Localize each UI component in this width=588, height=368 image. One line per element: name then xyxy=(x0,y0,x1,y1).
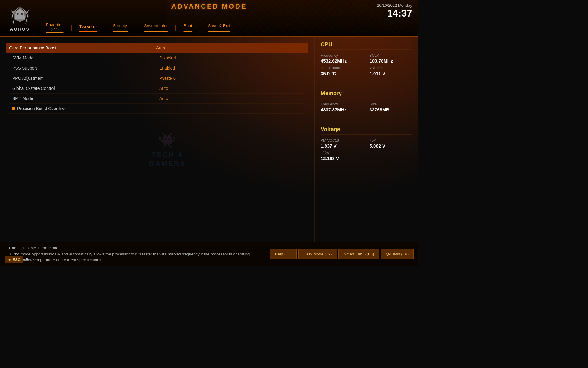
nav-sep-3 xyxy=(136,25,136,31)
svg-point-3 xyxy=(17,13,18,15)
cpu-bclk-label: BCLK xyxy=(370,53,413,58)
memory-size-label: Size xyxy=(370,102,413,106)
setting-value-smt-mode: Auto xyxy=(159,96,305,101)
page-title: ADVANCED MODE xyxy=(171,2,247,10)
nav-favorites-shortcut: (F11) xyxy=(46,27,64,31)
setting-row-pss-support[interactable]: PSS Support Enabled xyxy=(9,63,305,73)
nav-tweaker-label: Tweaker xyxy=(79,24,97,29)
esc-key-icon: ◄ ESC xyxy=(5,256,23,263)
setting-row-ppc-adjustment[interactable]: PPC Adjustment PState 0 xyxy=(9,73,305,83)
setting-value-ppc-adjustment: PState 0 xyxy=(159,76,305,81)
title-area: ADVANCED MODE xyxy=(171,2,247,10)
nav-settings-label: Settings xyxy=(113,23,129,28)
watermark: 👾 TECH 4GAMERS xyxy=(149,132,186,168)
setting-value-pss-support: Enabled xyxy=(159,66,305,71)
setting-row-core-performance-boost[interactable]: Core Performance Boost Auto xyxy=(6,43,308,53)
memory-frequency-label: Frequency xyxy=(321,102,364,106)
svg-point-4 xyxy=(21,13,23,15)
logo-area: AORUS xyxy=(0,0,40,36)
cpu-voltage-group: Voltage 1.011 V xyxy=(370,66,413,76)
cpu-temperature-label: Temperature xyxy=(321,66,364,70)
setting-name-svm-mode: SVM Mode xyxy=(12,56,159,60)
setting-name-core-performance-boost: Core Performance Boost xyxy=(9,45,156,50)
nav-saveexit-label: Save & Exit xyxy=(208,23,230,28)
cpu-section: CPU Frequency 4532.62MHz BCLK 100.78MHz … xyxy=(321,41,412,76)
footer-buttons: Help (F1) Easy Mode (F2) Smart Fan 6 (F6… xyxy=(270,249,418,259)
nav-sysinfo-label: System Info. xyxy=(144,23,168,28)
footer: Enable/Disable Turbo mode. Turbo mode op… xyxy=(0,242,418,266)
voltage-section: Voltage PM VCC18 1.837 V +5V 5.062 V +12… xyxy=(321,126,412,161)
watermark-text: TECH 4GAMERS xyxy=(149,151,186,168)
cpu-frequency-value: 4532.62MHz xyxy=(321,58,364,63)
nav-item-boot[interactable]: Boot xyxy=(177,21,198,34)
cpu-temperature-value: 35.0 °C xyxy=(321,71,364,76)
aorus-brand-text: AORUS xyxy=(10,27,30,32)
setting-value-global-cstate: Auto xyxy=(159,86,305,91)
esc-area: ◄ ESC Back xyxy=(5,256,35,263)
smart-fan-button[interactable]: Smart Fan 6 (F6) xyxy=(338,249,379,259)
cpu-temperature-group: Temperature 35.0 °C xyxy=(321,66,364,76)
voltage-12v-label: +12V xyxy=(321,151,364,155)
cpu-voltage-label: Voltage xyxy=(370,66,413,70)
voltage-5v-value: 5.062 V xyxy=(370,143,413,148)
date-display: 10/10/2022 Monday xyxy=(377,3,412,8)
nav-favorites-label: Favorites xyxy=(46,22,64,27)
nav-item-system-info[interactable]: System Info. xyxy=(138,21,174,34)
nav-item-tweaker[interactable]: Tweaker xyxy=(73,21,104,34)
cpu-frequency-label: Frequency xyxy=(321,53,364,58)
setting-name-ppc-adjustment: PPC Adjustment xyxy=(12,76,159,81)
setting-row-svm-mode[interactable]: SVM Mode Disabled xyxy=(9,53,305,63)
cpu-voltage-value: 1.011 V xyxy=(370,71,413,76)
setting-name-smt-mode: SMT Mode xyxy=(12,96,159,101)
cpu-section-title: CPU xyxy=(321,41,412,50)
voltage-section-title: Voltage xyxy=(321,126,412,135)
voltage-12v-value: 12.168 V xyxy=(321,156,364,161)
memory-info-grid: Frequency 4837.87MHz Size 32768MB xyxy=(321,102,412,112)
qflash-button[interactable]: Q-Flash (F8) xyxy=(381,249,414,259)
nav-sep-4 xyxy=(175,25,176,31)
precision-boost-bullet-icon xyxy=(12,107,15,110)
voltage-5v-label: +5V xyxy=(370,138,413,143)
footer-help-text: Enable/Disable Turbo mode. Turbo mode op… xyxy=(0,242,270,266)
memory-frequency-group: Frequency 4837.87MHz xyxy=(321,102,364,112)
cpu-bclk-value: 100.78MHz xyxy=(370,58,413,63)
setting-name-pss-support: PSS Support xyxy=(12,66,159,71)
memory-section: Memory Frequency 4837.87MHz Size 32768MB xyxy=(321,90,412,112)
voltage-pmvcc18-label: PM VCC18 xyxy=(321,138,364,143)
nav-sep-2 xyxy=(105,25,105,31)
nav-sep-5 xyxy=(200,25,200,31)
info-panel: CPU Frequency 4532.62MHz BCLK 100.78MHz … xyxy=(314,37,418,242)
setting-row-global-cstate[interactable]: Global C-state Control Auto xyxy=(9,83,305,94)
time-display: 14:37 xyxy=(377,8,412,18)
setting-name-global-cstate: Global C-state Control xyxy=(12,86,159,91)
memory-size-group: Size 32768MB xyxy=(370,102,413,112)
voltage-12v-group: +12V 12.168 V xyxy=(321,151,364,161)
voltage-pmvcc18-group: PM VCC18 1.837 V xyxy=(321,138,364,148)
nav-item-favorites[interactable]: Favorites (F11) xyxy=(40,20,70,35)
cpu-bclk-group: BCLK 100.78MHz xyxy=(370,53,413,63)
cpu-info-grid: Frequency 4532.62MHz BCLK 100.78MHz Temp… xyxy=(321,53,412,76)
main-content: Core Performance Boost Auto SVM Mode Dis… xyxy=(0,37,418,242)
setting-row-precision-boost[interactable]: Precision Boost Overdrive xyxy=(9,104,305,114)
memory-size-value: 32768MB xyxy=(370,107,413,112)
setting-value-svm-mode: Disabled xyxy=(159,56,305,60)
voltage-info-grid: PM VCC18 1.837 V +5V 5.062 V +12V 12.168… xyxy=(321,138,412,161)
nav-item-save-exit[interactable]: Save & Exit xyxy=(202,21,236,34)
memory-frequency-value: 4837.87MHz xyxy=(321,107,364,112)
nav-item-settings[interactable]: Settings xyxy=(107,21,135,34)
memory-section-title: Memory xyxy=(321,90,412,98)
datetime-area: 10/10/2022 Monday 14:37 xyxy=(377,3,412,18)
nav-boot-label: Boot xyxy=(183,23,192,28)
easy-mode-button[interactable]: Easy Mode (F2) xyxy=(298,249,337,259)
help-button[interactable]: Help (F1) xyxy=(270,249,297,259)
setting-row-smt-mode[interactable]: SMT Mode Auto xyxy=(9,94,305,104)
settings-panel: Core Performance Boost Auto SVM Mode Dis… xyxy=(0,37,314,242)
aorus-logo-icon xyxy=(9,5,31,26)
nav-tabs: Favorites (F11) Tweaker Settings System … xyxy=(40,20,236,35)
cpu-frequency-group: Frequency 4532.62MHz xyxy=(321,53,364,63)
setting-name-precision-boost: Precision Boost Overdrive xyxy=(12,106,159,111)
esc-back-label: Back xyxy=(26,257,35,262)
nav-sep-1 xyxy=(71,25,72,31)
voltage-pmvcc18-value: 1.837 V xyxy=(321,143,364,148)
voltage-5v-group: +5V 5.062 V xyxy=(370,138,413,148)
